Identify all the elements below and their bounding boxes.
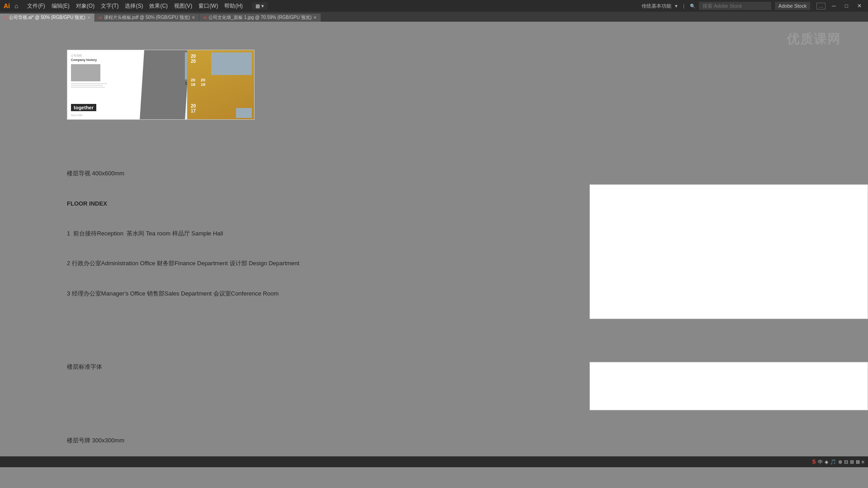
maximize-button[interactable]: □ [842,3,851,9]
banner-gray-bar [140,50,189,120]
search-input[interactable] [699,2,771,10]
sogou-s-icon: S [812,459,816,465]
workspace-dropdown-icon[interactable]: ▾ [675,3,678,9]
status-bar: S 中 ◈ 🎵 ⊕ ⊟ ⊞ ⊠ ≡ [0,456,868,467]
banner-photo-top-right [211,52,252,75]
workspace-label: 传统基本功能 [642,3,671,9]
search-icon: 🔍 [690,4,695,9]
banner-since: Since 2008 [71,114,82,117]
banner-cn-label: 公司历程 [71,54,143,58]
sogou-zhong[interactable]: 中 [818,459,823,465]
menu-text[interactable]: 文字(T) [99,2,120,10]
title-bar: Ai ⌂ 文件(F) 编辑(E) 对象(O) 文字(T) 选择(S) 效果(C)… [0,0,868,12]
close-button[interactable]: ✕ [854,3,864,9]
canvas-area: 优质课网 公司历程 Company history together Since… [0,22,868,467]
menu-edit[interactable]: 编辑(E) [50,2,71,10]
banner-right-gold: 2020 2018 2019 2017 [187,50,254,120]
banner-en-label: Company history [71,58,143,61]
tab-2[interactable]: Ai 课程片头模板.pdf @ 50% (RGB/GPU 预览) ✕ [95,14,200,22]
banner-left-section: 公司历程 Company history together Since 2008 [67,50,146,120]
artboard-preview: 公司历程 Company history together Since 2008… [67,50,255,120]
right-panel-bottom [590,362,868,410]
floor-index-line3: 3 经理办公室Manager's Office 销售部Sales Departm… [67,289,299,299]
banner-line-2 [71,85,103,86]
menu-window[interactable]: 窗口(W) [197,2,220,10]
right-panel-top [590,184,868,319]
floor-index-line1: 1 前台接待Reception 茶水间 Tea room 样品厅 Sample … [67,229,299,239]
tab-2-close[interactable]: ✕ [192,15,195,20]
sogou-icon-6[interactable]: ⊞ [850,459,854,465]
sogou-icon-4[interactable]: ⊕ [838,459,842,465]
menu-effects[interactable]: 效果(C) [147,2,170,10]
banner-year-2019: 2019 [201,78,205,87]
tab-1-label: 公司导视.ai* @ 50% (RGB/GPU 预览) [9,14,85,21]
banner-line-1 [71,83,107,84]
floor-index-title: 楼层导视 400x600mm [67,169,299,178]
section-floor-index: 楼层导视 400x600mm FLOOR INDEX 1 前台接待Recepti… [67,149,299,319]
banner-years-row: 2018 2019 [191,78,205,87]
sogou-icon-7[interactable]: ⊠ [856,459,860,465]
banner-year-2017: 2017 [191,103,196,113]
title-bar-right: 传统基本功能 ▾ | 🔍 Adobe Stock … ─ □ ✕ [642,2,864,10]
tab-2-icon: Ai [99,15,102,20]
banner-photo-bottom-right [236,108,252,118]
banner-line-3 [71,87,105,88]
tab-3-icon: Ai [203,15,207,20]
sogou-icon-2[interactable]: ◈ [825,459,828,465]
tab-1-icon: Ai [4,15,7,20]
sogou-icon-8[interactable]: ≡ [862,459,864,465]
minimize-button[interactable]: ─ [829,3,839,9]
menu-view[interactable]: 视图(V) [172,2,194,10]
timeline-banner: 公司历程 Company history together Since 2008… [67,50,254,119]
adobe-stock-button[interactable]: Adobe Stock [775,2,810,10]
menu-object[interactable]: 对象(O) [74,2,96,10]
sogou-taskbar: S 中 ◈ 🎵 ⊕ ⊟ ⊞ ⊠ ≡ [809,456,868,467]
view-options[interactable]: ▦ ▾ [252,2,268,10]
tab-3-label: 公司文化墙_面板 1.jpg @ 70.59% (RGB/GPU 预览) [208,14,311,21]
banner-together: together [71,104,96,111]
ai-logo-icon: Ai [4,2,10,9]
banner-year-2018: 2018 [191,78,195,87]
sogou-icon-5[interactable]: ⊟ [844,459,848,465]
home-icon[interactable]: ⌂ [14,2,18,9]
section-font: 楼层标准字体 [67,342,299,392]
text-content: 楼层导视 400x600mm FLOOR INDEX 1 前台接待Recepti… [67,129,299,467]
artboard-container: 公司历程 Company history together Since 2008… [67,50,299,467]
banner-year-2020-2: 2020 [191,54,196,64]
tab-1-close[interactable]: ✕ [87,15,91,20]
floor-index-line2: 2 行政办公室Administration Office 财务部Finance … [67,258,299,268]
menu-select[interactable]: 选择(S) [123,2,145,10]
tab-3-close[interactable]: ✕ [313,15,317,20]
tabs-area: Ai 公司导视.ai* @ 50% (RGB/GPU 预览) ✕ Ai 课程片头… [0,12,868,22]
tab-3[interactable]: Ai 公司文化墙_面板 1.jpg @ 70.59% (RGB/GPU 预览) … [199,14,321,22]
watermark: 优质课网 [787,31,841,48]
banner-photo-1 [71,64,100,81]
search-more-icon[interactable]: … [816,3,826,9]
floor-sign-label: 楼层号牌 300x300mm [67,436,299,446]
title-bar-left: Ai ⌂ 文件(F) 编辑(E) 对象(O) 文字(T) 选择(S) 效果(C)… [4,2,268,10]
separator: | [683,3,684,9]
menu-file[interactable]: 文件(F) [25,2,47,10]
floor-index-subtitle: FLOOR INDEX [67,199,299,209]
font-label: 楼层标准字体 [67,362,299,372]
menu-help[interactable]: 帮助(H) [222,2,245,10]
sogou-icon-3[interactable]: 🎵 [830,459,836,465]
tab-2-label: 课程片头模板.pdf @ 50% (RGB/GPU 预览) [104,14,190,21]
tab-1[interactable]: Ai 公司导视.ai* @ 50% (RGB/GPU 预览) ✕ [0,14,95,22]
